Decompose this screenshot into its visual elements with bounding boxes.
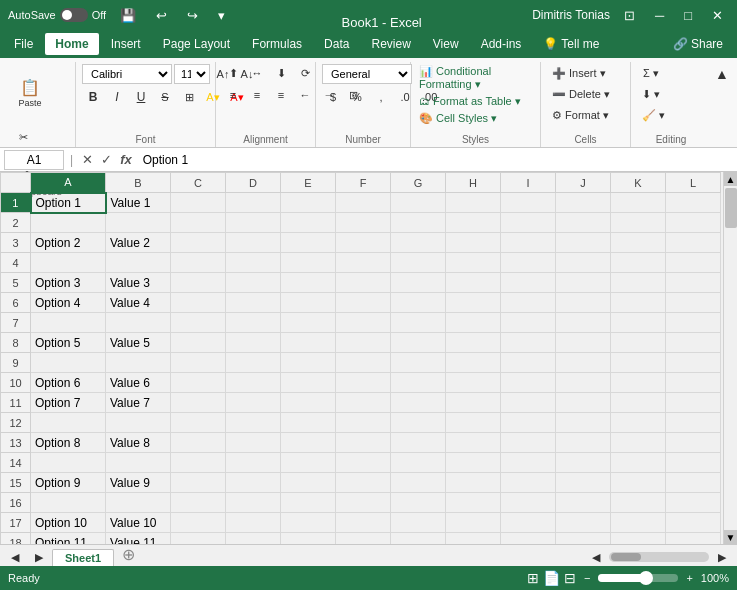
menu-file[interactable]: File bbox=[4, 33, 43, 55]
cell[interactable] bbox=[336, 253, 391, 273]
align-right-button[interactable]: ≡ bbox=[270, 86, 292, 104]
cell[interactable] bbox=[281, 513, 336, 533]
row-number-8[interactable]: 8 bbox=[1, 333, 31, 353]
cell[interactable] bbox=[611, 433, 666, 453]
cell[interactable] bbox=[611, 213, 666, 233]
sheet-tab-sheet1[interactable]: Sheet1 bbox=[52, 549, 114, 566]
cell[interactable] bbox=[336, 413, 391, 433]
zoom-in-icon[interactable]: + bbox=[686, 572, 692, 584]
hscroll-track[interactable] bbox=[609, 552, 709, 562]
cell[interactable] bbox=[391, 333, 446, 353]
cell[interactable] bbox=[171, 213, 226, 233]
cell[interactable] bbox=[226, 213, 281, 233]
cell[interactable] bbox=[226, 293, 281, 313]
cell[interactable] bbox=[391, 313, 446, 333]
col-header-B[interactable]: B bbox=[106, 173, 171, 193]
cell[interactable] bbox=[31, 353, 106, 373]
normal-view-icon[interactable]: ⊞ bbox=[527, 570, 539, 586]
cell[interactable] bbox=[391, 473, 446, 493]
cell[interactable] bbox=[391, 533, 446, 545]
cell[interactable] bbox=[226, 453, 281, 473]
scroll-down-button[interactable]: ▼ bbox=[724, 530, 738, 544]
cell[interactable] bbox=[611, 393, 666, 413]
cell[interactable]: Option 11 bbox=[31, 533, 106, 545]
close-button[interactable]: ✕ bbox=[706, 6, 729, 25]
cell[interactable] bbox=[556, 293, 611, 313]
cell[interactable] bbox=[446, 233, 501, 253]
cell[interactable] bbox=[446, 393, 501, 413]
cell[interactable]: Value 1 bbox=[106, 193, 171, 213]
cell[interactable] bbox=[446, 533, 501, 545]
cell[interactable] bbox=[446, 333, 501, 353]
cell[interactable] bbox=[336, 333, 391, 353]
cell-styles-button[interactable]: 🎨 Cell Styles ▾ bbox=[417, 111, 499, 126]
row-number-17[interactable]: 17 bbox=[1, 513, 31, 533]
row-number-18[interactable]: 18 bbox=[1, 533, 31, 545]
cell[interactable]: Option 2 bbox=[31, 233, 106, 253]
cell[interactable] bbox=[226, 533, 281, 545]
cell[interactable] bbox=[281, 353, 336, 373]
col-header-K[interactable]: K bbox=[611, 173, 666, 193]
cell[interactable] bbox=[611, 253, 666, 273]
row-number-6[interactable]: 6 bbox=[1, 293, 31, 313]
cell[interactable] bbox=[226, 373, 281, 393]
autosave-toggle[interactable]: AutoSave Off bbox=[8, 8, 106, 22]
cell[interactable] bbox=[226, 413, 281, 433]
cell[interactable] bbox=[501, 533, 556, 545]
align-bottom-button[interactable]: ⬇ bbox=[270, 64, 292, 82]
cell[interactable] bbox=[281, 493, 336, 513]
cell[interactable] bbox=[611, 293, 666, 313]
cell[interactable] bbox=[391, 253, 446, 273]
number-format-select[interactable]: General bbox=[322, 64, 412, 84]
cell[interactable] bbox=[446, 473, 501, 493]
cell[interactable] bbox=[281, 233, 336, 253]
cell[interactable] bbox=[446, 513, 501, 533]
cell[interactable] bbox=[281, 273, 336, 293]
cell[interactable]: Option 6 bbox=[31, 373, 106, 393]
cell[interactable] bbox=[171, 373, 226, 393]
cell[interactable] bbox=[171, 253, 226, 273]
font-size-select[interactable]: 11 bbox=[174, 64, 210, 84]
cell[interactable] bbox=[391, 493, 446, 513]
cell[interactable] bbox=[336, 273, 391, 293]
cell[interactable] bbox=[446, 493, 501, 513]
cell[interactable] bbox=[501, 293, 556, 313]
cell[interactable] bbox=[391, 513, 446, 533]
cell[interactable] bbox=[666, 193, 721, 213]
italic-button[interactable]: I bbox=[106, 88, 128, 106]
cell[interactable] bbox=[611, 453, 666, 473]
cell[interactable] bbox=[666, 353, 721, 373]
currency-button[interactable]: $ bbox=[322, 88, 344, 106]
cell[interactable] bbox=[611, 333, 666, 353]
cell[interactable]: Option 3 bbox=[31, 273, 106, 293]
row-number-11[interactable]: 11 bbox=[1, 393, 31, 413]
cell[interactable] bbox=[611, 473, 666, 493]
cell[interactable] bbox=[106, 413, 171, 433]
cell[interactable] bbox=[226, 393, 281, 413]
cell[interactable] bbox=[501, 313, 556, 333]
cell[interactable] bbox=[556, 433, 611, 453]
cell[interactable] bbox=[336, 433, 391, 453]
page-layout-icon[interactable]: 📄 bbox=[543, 570, 560, 586]
cell[interactable] bbox=[611, 413, 666, 433]
hscroll-left-button[interactable]: ◀ bbox=[585, 548, 607, 566]
cut-button[interactable]: ✂ bbox=[12, 128, 34, 146]
align-left-button[interactable]: ≡ bbox=[222, 86, 244, 104]
format-as-table-button[interactable]: 🗂 Format as Table ▾ bbox=[417, 94, 523, 109]
strikethrough-button[interactable]: S bbox=[154, 88, 176, 106]
align-top-button[interactable]: ⬆ bbox=[222, 64, 244, 82]
cell[interactable] bbox=[226, 233, 281, 253]
cell[interactable] bbox=[556, 533, 611, 545]
cell[interactable] bbox=[501, 233, 556, 253]
cell[interactable] bbox=[226, 433, 281, 453]
cell[interactable] bbox=[556, 273, 611, 293]
cell[interactable] bbox=[281, 193, 336, 213]
cell[interactable] bbox=[666, 513, 721, 533]
col-header-G[interactable]: G bbox=[391, 173, 446, 193]
cell[interactable] bbox=[666, 453, 721, 473]
cell[interactable] bbox=[171, 233, 226, 253]
col-header-J[interactable]: J bbox=[556, 173, 611, 193]
delete-cells-button[interactable]: ➖ Delete ▾ bbox=[547, 85, 615, 104]
cell[interactable] bbox=[666, 393, 721, 413]
row-number-13[interactable]: 13 bbox=[1, 433, 31, 453]
